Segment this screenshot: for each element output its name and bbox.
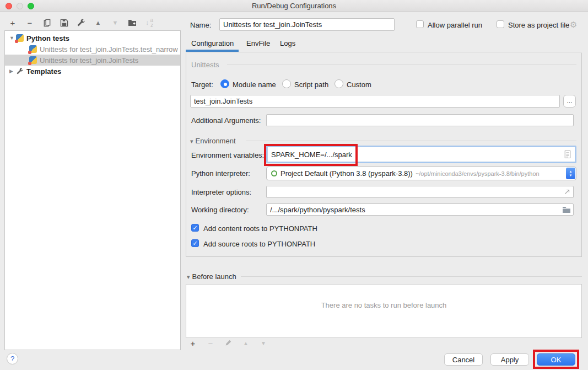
environment-variables-input[interactable] [268, 151, 575, 159]
help-button[interactable]: ? [7, 353, 18, 364]
arrow-up-icon: ▲ [243, 340, 249, 346]
check-icon: ✓ [192, 225, 197, 231]
store-as-project-file-label: Store as project file [508, 21, 569, 29]
check-icon: ✓ [192, 240, 197, 246]
copy-configuration-button[interactable] [42, 18, 52, 28]
store-as-project-file-checkbox[interactable] [497, 20, 504, 28]
move-task-up-button[interactable]: ▲ [241, 338, 251, 348]
add-source-roots-label: Add source roots to PYTHONPATH [203, 240, 315, 248]
window-title: Run/Debug Configurations [0, 2, 588, 10]
tree-item-label: Unittests for test_join.JoinTests [40, 56, 138, 65]
environment-variables-label: Environment variables: [191, 151, 264, 159]
additional-arguments-label: Additional Arguments: [191, 116, 261, 125]
pencil-icon [224, 339, 232, 347]
before-launch-toolbar: + − ▲ ▼ [188, 337, 268, 348]
chevron-right-icon[interactable]: ▶ [9, 68, 16, 74]
name-label: Name: [190, 21, 211, 29]
before-launch-section-header[interactable]: ▾Before launch [187, 272, 236, 281]
folder-plus-icon [128, 18, 137, 27]
cancel-button[interactable]: Cancel [444, 353, 483, 366]
additional-arguments-input[interactable] [266, 114, 574, 126]
move-down-button[interactable]: ▼ [110, 18, 120, 28]
tree-item-test-narrow[interactable]: Unittests for test_join.JoinTests.test_n… [5, 44, 180, 55]
configurations-tree: ▼ Python tests Unittests for test_join.J… [4, 30, 181, 350]
arrow-down-icon: ▼ [112, 19, 118, 26]
edit-templates-button[interactable] [76, 18, 86, 28]
tree-item-label: Unittests for test_join.JoinTests.test_n… [40, 45, 178, 53]
environment-variables-field [266, 146, 576, 163]
python-interpreter-select[interactable]: Project Default (Python 3.8 (pyspark-3.8… [266, 167, 576, 180]
move-up-button[interactable]: ▲ [93, 18, 103, 28]
remove-configuration-button[interactable]: − [25, 18, 35, 28]
tab-envfile[interactable]: EnvFile [246, 39, 270, 47]
combo-stepper-icon[interactable]: ▲▼ [566, 168, 575, 179]
plus-icon: + [191, 339, 196, 348]
before-launch-task-list[interactable]: There are no tasks to run before launch [186, 284, 582, 338]
tree-item-jointests-selected[interactable]: Unittests for test_join.JoinTests [5, 55, 180, 66]
tab-logs[interactable]: Logs [280, 39, 295, 47]
add-source-roots-checkbox[interactable]: ✓ [191, 239, 199, 247]
ok-button[interactable]: OK [537, 353, 575, 366]
interpreter-value: Project Default (Python 3.8 (pyspark-3.8… [280, 169, 413, 178]
conda-env-icon [271, 170, 277, 176]
minus-icon: − [28, 18, 33, 28]
allow-parallel-run-label: Allow parallel run [428, 21, 482, 29]
add-task-button[interactable]: + [188, 338, 198, 348]
section-divider [241, 276, 582, 277]
target-script-path-radio[interactable] [282, 79, 291, 88]
copy-icon [43, 19, 51, 27]
python-tests-icon [29, 45, 37, 53]
interpreter-options-label: Interpreter options: [191, 188, 251, 196]
tab-configuration[interactable]: Configuration [191, 39, 234, 47]
edit-variables-icon[interactable] [564, 150, 571, 159]
tree-group-label: Python tests [26, 34, 69, 42]
move-task-down-button[interactable]: ▼ [258, 338, 268, 348]
group-divider [227, 65, 576, 65]
save-configuration-button[interactable] [59, 18, 69, 28]
interpreter-options-input[interactable] [266, 186, 574, 198]
add-content-roots-label: Add content roots to PYTHONPATH [203, 224, 317, 233]
working-directory-input[interactable] [266, 203, 574, 216]
save-icon [60, 19, 68, 27]
section-collapse-icon[interactable]: ▾ [187, 274, 190, 280]
allow-parallel-run-checkbox[interactable] [416, 20, 424, 28]
module-name-input[interactable] [190, 95, 560, 108]
tree-group-templates[interactable]: ▶ Templates [5, 66, 180, 77]
arrow-up-icon: ▲ [95, 19, 101, 26]
add-configuration-button[interactable]: + [8, 18, 18, 28]
new-folder-button[interactable] [127, 18, 137, 28]
interpreter-path: ~/opt/miniconda3/envs/pyspark-3.8/bin/py… [416, 170, 576, 177]
tree-group-label: Templates [26, 67, 61, 76]
environment-section-title: Environment [196, 137, 236, 145]
expand-field-icon[interactable] [563, 188, 571, 196]
section-collapse-icon[interactable]: ▾ [190, 138, 193, 144]
unittests-group-title: Unittests [191, 61, 219, 69]
before-launch-empty-text: There are no tasks to run before launch [186, 301, 581, 309]
arrow-down-icon: ▼ [261, 340, 266, 346]
environment-section-header[interactable]: ▾Environment [190, 137, 236, 145]
folder-browse-icon[interactable] [562, 206, 571, 213]
target-custom-label: Custom [347, 81, 371, 89]
wrench-icon [77, 18, 85, 27]
before-launch-title: Before launch [192, 272, 236, 281]
minus-icon: − [208, 339, 213, 348]
edit-task-button[interactable] [223, 338, 233, 348]
target-module-name-radio[interactable] [220, 79, 229, 88]
title-bar: Run/Debug Configurations [0, 0, 588, 12]
section-divider [246, 141, 576, 141]
tree-group-python-tests[interactable]: ▼ Python tests [5, 33, 180, 44]
apply-button[interactable]: Apply [490, 353, 529, 366]
target-custom-radio[interactable] [335, 79, 343, 88]
sort-configurations-button[interactable]: ↓ a z [144, 18, 154, 28]
remove-task-button[interactable]: − [206, 338, 215, 348]
configurations-toolbar: + − ▲ ▼ ↓ a z [8, 17, 154, 28]
target-module-name-label: Module name [233, 81, 276, 89]
browse-module-button[interactable]: ... [563, 95, 576, 108]
python-tests-icon [16, 34, 24, 42]
add-content-roots-checkbox[interactable]: ✓ [191, 224, 199, 232]
wrench-icon [16, 67, 24, 75]
plus-icon: + [10, 18, 15, 28]
target-label: Target: [191, 81, 213, 89]
gear-icon[interactable]: ⚙ [570, 20, 577, 30]
name-input[interactable] [219, 18, 395, 31]
